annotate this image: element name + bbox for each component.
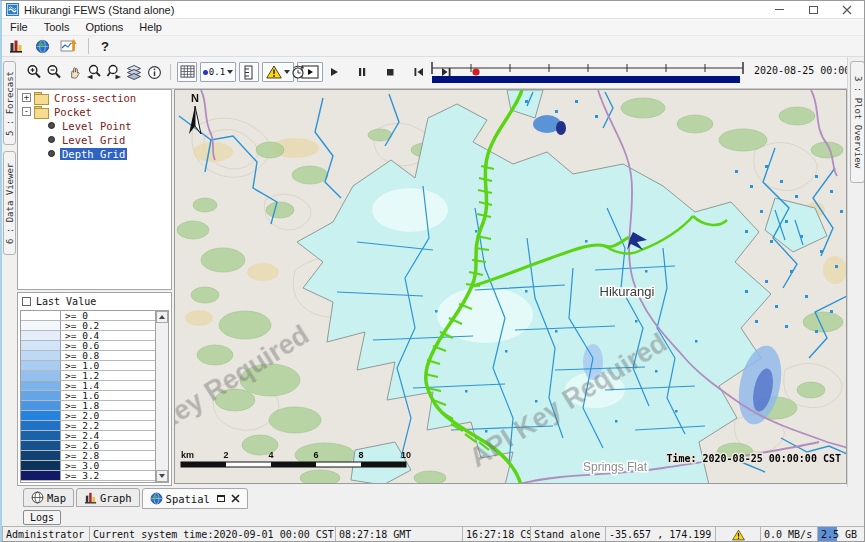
- status-gmt-time: 08:27:18 GMT: [335, 526, 462, 542]
- time-navigator-icon: [290, 64, 306, 80]
- pause-button[interactable]: [352, 62, 372, 82]
- arrow-up-icon: [159, 315, 165, 319]
- tab-graph[interactable]: Graph: [76, 488, 140, 507]
- expand-icon[interactable]: +: [22, 93, 31, 102]
- grid-display-button[interactable]: [177, 62, 197, 82]
- zoom-previous-icon: [86, 64, 102, 80]
- tree-item-label-selected[interactable]: Depth Grid: [60, 148, 127, 160]
- contour-dot-icon: [203, 70, 208, 75]
- info-button[interactable]: [144, 62, 164, 82]
- tab-spatial[interactable]: Spatial: [142, 488, 248, 509]
- legend-scrollbar[interactable]: [155, 311, 168, 482]
- svg-text:4: 4: [268, 450, 273, 460]
- zoom-next-icon: [106, 64, 122, 80]
- legend-row-label: >= 1.8: [61, 401, 99, 410]
- legend-color-swatch: [21, 411, 61, 420]
- map-viewport[interactable]: API Key Required API Key Required N km 2…: [174, 89, 847, 484]
- close-tab-icon[interactable]: [231, 494, 240, 503]
- legend-row[interactable]: >= 3.2: [21, 471, 168, 481]
- tree-item-label[interactable]: Level Point: [60, 120, 134, 132]
- status-coordinates: -35.657 , 174.199: [605, 526, 715, 542]
- left-panel: + Cross-section - Pocket Level Point Lev…: [16, 89, 173, 487]
- longitudinal-profile-button[interactable]: [239, 62, 259, 82]
- tree-item-label[interactable]: Pocket: [52, 106, 94, 118]
- tree-item-level-point[interactable]: Level Point: [18, 119, 171, 132]
- zoom-out-button[interactable]: [44, 62, 64, 82]
- status-local-time: 16:27:18 CST: [462, 526, 530, 542]
- stop-button[interactable]: [380, 62, 400, 82]
- tree-item-label[interactable]: Cross-section: [52, 92, 138, 104]
- map-canvas: API Key Required API Key Required N km 2…: [175, 90, 847, 484]
- play-button[interactable]: [324, 62, 344, 82]
- logs-button[interactable]: Logs: [23, 510, 61, 525]
- bullet-icon: [48, 122, 55, 129]
- time-navigator-button[interactable]: [288, 62, 308, 82]
- menu-tools[interactable]: Tools: [36, 19, 78, 35]
- timeline-period-bar: [432, 76, 740, 83]
- tab-data-viewer[interactable]: 6 : Data Viewer: [3, 151, 16, 255]
- map-display-button[interactable]: [32, 36, 52, 56]
- legend-color-swatch: [21, 431, 61, 440]
- collapse-icon[interactable]: -: [22, 107, 31, 116]
- app-logo-icon: [6, 3, 19, 16]
- maximize-button[interactable]: [796, 1, 830, 18]
- toolbar-separator: [88, 38, 89, 54]
- help-button[interactable]: ?: [95, 36, 115, 56]
- tree-item-level-grid[interactable]: Level Grid: [18, 133, 171, 146]
- tree-item-pocket[interactable]: - Pocket: [18, 105, 171, 118]
- zoom-next-button[interactable]: [104, 62, 124, 82]
- timeline-track: [429, 60, 746, 86]
- town-label-hikurangi: Hikurangi: [600, 284, 655, 299]
- status-warning-cell[interactable]: [715, 526, 760, 542]
- svg-text:2: 2: [223, 450, 228, 460]
- menu-file[interactable]: File: [2, 19, 36, 35]
- svg-text:10: 10: [401, 450, 411, 460]
- menu-options[interactable]: Options: [77, 19, 131, 35]
- globe-icon: [150, 492, 163, 505]
- timeseries-dialog-button[interactable]: [58, 36, 78, 56]
- legend-color-swatch: [21, 321, 61, 330]
- zoom-in-button[interactable]: [24, 62, 44, 82]
- right-tab-strip: 3 : Plot Overview: [847, 57, 865, 487]
- layers-button[interactable]: [124, 62, 144, 82]
- window-controls: [762, 1, 864, 18]
- zoom-previous-button[interactable]: [84, 62, 104, 82]
- tab-map[interactable]: Map: [23, 488, 74, 507]
- legend-row-label: >= 2.0: [61, 411, 99, 420]
- legend-row-label: >= 1.4: [61, 381, 99, 390]
- menu-help[interactable]: Help: [131, 19, 170, 35]
- tree-item-cross-section[interactable]: + Cross-section: [18, 91, 171, 104]
- close-button[interactable]: [830, 1, 864, 18]
- bullet-icon: [48, 136, 55, 143]
- tab-plot-overview[interactable]: 3 : Plot Overview: [850, 61, 865, 183]
- legend-color-swatch: [21, 361, 61, 370]
- legend-color-swatch: [21, 391, 61, 400]
- legend-color-swatch: [21, 471, 61, 480]
- svg-text:N: N: [191, 92, 199, 104]
- tab-forecast[interactable]: 5 : Forecast: [3, 61, 16, 145]
- help-icon: ?: [101, 39, 109, 54]
- status-memory: 2.5 GB: [817, 526, 865, 542]
- timeline-slider[interactable]: [429, 60, 746, 86]
- bottom-tab-bar: Map Graph Spatial: [16, 487, 847, 509]
- step-back-button[interactable]: [408, 62, 428, 82]
- pan-button[interactable]: [64, 62, 84, 82]
- last-value-checkbox[interactable]: [22, 297, 31, 306]
- minimize-button[interactable]: [762, 1, 796, 18]
- legend-row-label: >= 0: [61, 311, 88, 320]
- scroll-up-button[interactable]: [156, 311, 168, 323]
- tree-item-depth-grid[interactable]: Depth Grid: [18, 147, 171, 160]
- folder-icon: [34, 92, 48, 103]
- legend-panel: Last Value >= 0 >= 0.2 >= 0.4 >= 0.6 >= …: [17, 292, 172, 486]
- contour-precision-dropdown[interactable]: 0.1: [200, 62, 236, 82]
- tab-label: Graph: [100, 492, 132, 504]
- stop-icon: [384, 66, 396, 78]
- restore-panel-icon[interactable]: [217, 495, 225, 502]
- legend-color-swatch: [21, 441, 61, 450]
- profile-ruler-icon: [243, 65, 255, 80]
- database-button[interactable]: [6, 36, 26, 56]
- legend-row-label: >= 1.2: [61, 371, 99, 380]
- step-back-icon: [412, 66, 425, 78]
- tree-item-label[interactable]: Level Grid: [60, 134, 127, 146]
- scroll-down-button[interactable]: [156, 470, 168, 482]
